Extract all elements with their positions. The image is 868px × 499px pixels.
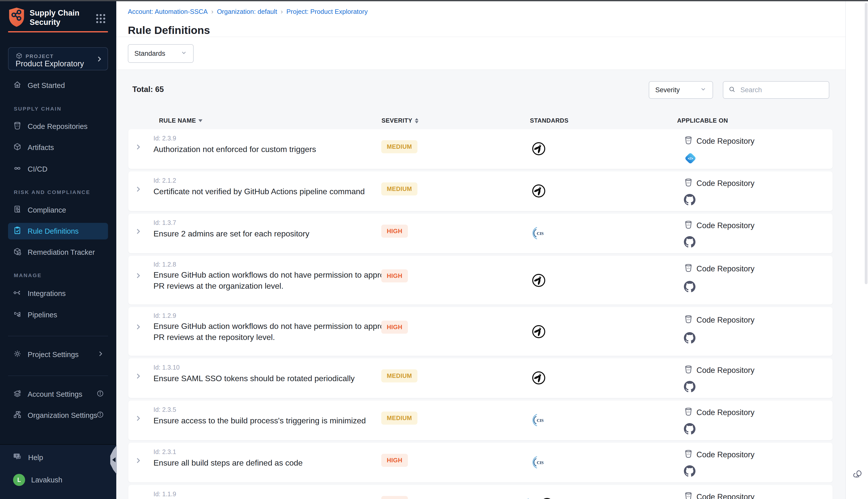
info-icon[interactable] (97, 390, 104, 399)
info-icon[interactable] (97, 411, 104, 420)
sidebar-item-label: Artifacts (28, 144, 54, 152)
standards-filter-dropdown[interactable]: Standards (128, 44, 194, 63)
expand-chevron-icon[interactable] (134, 228, 142, 236)
table-row[interactable]: Id: 1.3.10Ensure SAML SSO tokens should … (128, 358, 833, 398)
svg-text:</>: </> (688, 157, 693, 160)
expand-chevron-icon[interactable] (134, 373, 142, 381)
svg-text:CIS: CIS (537, 231, 544, 236)
applicable-on: </>Code Repository (684, 491, 755, 499)
svg-text:?: ? (15, 454, 17, 458)
owasp-standard-icon (532, 325, 546, 340)
cis-standard-icon: CIS (523, 498, 537, 499)
expand-chevron-icon[interactable] (134, 185, 142, 194)
code-repository-icon: </> (684, 365, 693, 376)
sidebar-item-code-repositories[interactable]: </> Code Repositories (8, 118, 108, 135)
breadcrumb-project[interactable]: Project: Product Exploratory (286, 8, 368, 15)
sidebar-item-pipelines[interactable]: Pipelines (8, 306, 108, 323)
breadcrumb-account[interactable]: Account: Automation-SSCA (128, 8, 208, 15)
sidebar-item-artifacts[interactable]: Artifacts (8, 139, 108, 156)
sidebar-divider (8, 376, 108, 376)
severity-filter-dropdown[interactable]: Severity (649, 81, 713, 99)
rule-id: Id: 2.3.5 (153, 406, 176, 413)
standards-icons (519, 184, 559, 199)
sidebar-section-manage: MANAGE (14, 272, 42, 278)
standards-icons: CIS (519, 455, 559, 470)
column-header-applicable-on: APPLICABLE ON (677, 117, 728, 124)
expand-chevron-icon[interactable] (134, 143, 142, 152)
code-repository-icon: </> (684, 263, 693, 275)
expand-chevron-icon[interactable] (134, 415, 142, 423)
owasp-standard-icon (532, 142, 546, 157)
window-top-edge (0, 0, 868, 1)
layers-gear-icon (13, 389, 22, 400)
help-label: Help (28, 453, 43, 462)
app-grid-icon[interactable] (96, 14, 105, 23)
sidebar-item-label: Organization Settings (28, 411, 97, 419)
applicable-on: </>Code Repository (684, 315, 755, 326)
table-row[interactable]: Id: 1.2.8Ensure GitHub action workflows … (128, 256, 833, 305)
expand-chevron-icon[interactable] (134, 272, 142, 280)
help-button[interactable]: ? Help (13, 452, 43, 463)
table-row[interactable]: Id: 2.3.9Authorization not enforced for … (128, 129, 833, 169)
app-window: Supply Chain Security PROJECT Product Ex… (0, 0, 868, 499)
rule-name: Certificate not verified by GitHub Actio… (153, 186, 405, 197)
standards-icons (519, 273, 559, 289)
table-row[interactable]: Id: 2.3.5Ensure access to the build proc… (128, 401, 833, 440)
user-menu[interactable]: L Lavakush (13, 474, 62, 486)
chevron-right-icon (96, 55, 103, 64)
severity-badge: MEDIUM (381, 369, 418, 382)
standards-icons (519, 142, 559, 157)
svg-text:CIS: CIS (537, 460, 544, 465)
document-search-icon (13, 205, 22, 215)
chevron-separator-icon: › (281, 8, 283, 15)
sidebar-item-compliance[interactable]: Compliance (8, 202, 108, 218)
applicable-on: </>Code Repository (684, 178, 755, 189)
project-label: PROJECT (26, 53, 54, 59)
sidebar-item-rule-definitions[interactable]: Rule Definitions (8, 223, 108, 240)
applicable-on-label: Code Repository (696, 366, 755, 375)
expand-chevron-icon[interactable] (134, 323, 142, 332)
sidebar-section-supply-chain: SUPPLY CHAIN (14, 106, 62, 112)
scrollbar-thumb[interactable] (865, 3, 868, 284)
table-row[interactable]: Id: 1.3.7Ensure 2 admins are set for eac… (128, 214, 833, 253)
column-header-standards: STANDARDS (530, 117, 568, 124)
sort-desc-icon[interactable] (198, 119, 202, 122)
sidebar-item-label: Get Started (28, 82, 65, 90)
sidebar-item-organization-settings[interactable]: Organization Settings (8, 407, 108, 424)
sort-icon[interactable] (415, 118, 419, 123)
standards-icons (519, 371, 559, 386)
chat-bubbles-icon[interactable] (852, 469, 863, 480)
code-repository-icon: </> (684, 491, 693, 499)
sidebar-item-account-settings[interactable]: Account Settings (8, 386, 108, 402)
table-row[interactable]: Id: 2.3.1Ensure all build steps are defi… (128, 443, 833, 483)
breadcrumb-organization[interactable]: Organization: default (217, 8, 277, 15)
cis-standard-icon: CIS (532, 226, 546, 241)
sidebar-item-project-settings[interactable]: Project Settings (8, 346, 108, 363)
shield-logo-icon (8, 7, 26, 28)
sidebar-item-integrations[interactable]: Integrations (8, 285, 108, 302)
expand-chevron-icon[interactable] (134, 457, 142, 465)
project-selector[interactable]: PROJECT Product Exploratory (8, 47, 108, 70)
accent-divider (8, 31, 108, 33)
standards-icons: CIS (519, 413, 559, 428)
rule-id: Id: 1.2.9 (153, 312, 176, 319)
column-header-severity: SEVERITY (382, 117, 419, 124)
table-row[interactable]: Id: 1.1.9HIGHCIS</>Code Repository (128, 485, 833, 499)
sidebar-item-label: Remediation Tracker (28, 248, 95, 257)
home-icon (13, 81, 22, 91)
table-row[interactable]: Id: 2.1.2Certificate not verified by Git… (128, 171, 833, 211)
standards-icons (519, 325, 559, 340)
gear-icon (13, 350, 22, 360)
applicable-on-label: Code Repository (696, 450, 755, 459)
code-repository-icon: </> (684, 315, 693, 326)
table-row[interactable]: Id: 1.2.9Ensure GitHub action workflows … (128, 307, 833, 356)
project-name: Product Exploratory (15, 59, 84, 68)
owasp-standard-icon (540, 498, 554, 499)
sidebar-item-cicd[interactable]: CI/CD (8, 161, 108, 178)
app-logo: Supply Chain Security (8, 7, 87, 28)
svg-text:</>: </> (687, 318, 690, 321)
sidebar-item-get-started[interactable]: Get Started (8, 77, 108, 94)
search-input[interactable] (740, 86, 821, 94)
sidebar-item-remediation-tracker[interactable]: Remediation Tracker (8, 244, 108, 260)
owasp-standard-icon (532, 273, 546, 289)
